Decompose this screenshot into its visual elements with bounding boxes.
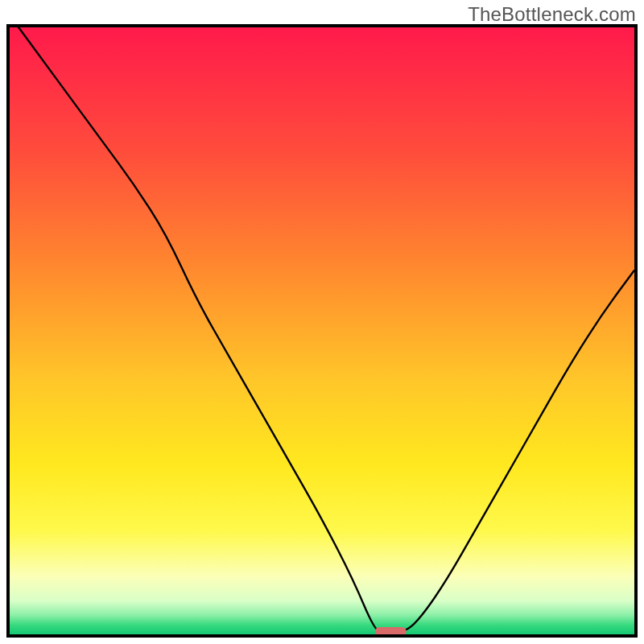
curve-layer [10,27,634,634]
watermark-text: TheBottleneck.com [468,3,636,26]
chart-frame: TheBottleneck.com [0,0,644,644]
bottleneck-curve [10,27,634,631]
optimum-marker [375,627,407,634]
plot-border [6,24,638,638]
plot-area [10,27,634,634]
